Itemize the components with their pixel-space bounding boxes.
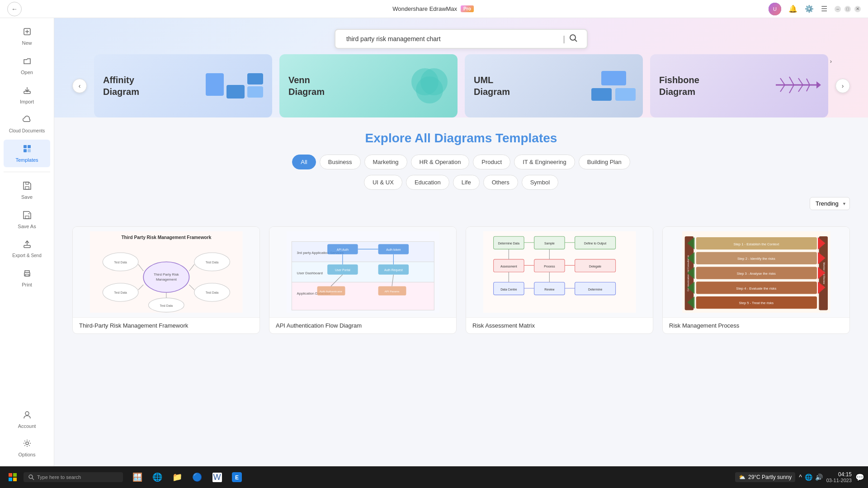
search-input[interactable] (343, 30, 561, 48)
svg-text:API Params: API Params (384, 290, 399, 293)
filter-hr[interactable]: HR & Operation (411, 155, 470, 169)
sidebar-item-open[interactable]: Open (4, 52, 50, 80)
sidebar-divider (4, 172, 50, 172)
taskbar-app-chrome[interactable]: 🔵 (188, 468, 206, 486)
taskbar-clock[interactable]: 04:15 03-11-2023 (826, 471, 852, 483)
sort-select[interactable]: Trending Newest Popular (810, 197, 850, 210)
svg-text:Sample: Sample (544, 242, 555, 245)
sidebar-item-open-label: Open (21, 70, 33, 75)
filter-tabs-row2: UI & UX Education Life Others Symbol (72, 175, 850, 190)
sidebar-bottom: Account Options (0, 405, 54, 463)
taskbar-search-box[interactable]: Type here to search (24, 472, 123, 482)
venn-illustration (408, 65, 448, 107)
svg-line-33 (789, 85, 794, 93)
clock-time: 04:15 (826, 471, 852, 478)
svg-text:Step 1 - Establish the Context: Step 1 - Establish the Context (733, 242, 779, 246)
carousel-card-fishbone[interactable]: FishboneDiagram (650, 54, 828, 117)
sidebar-item-print[interactable]: Print (4, 264, 50, 292)
sidebar-item-export[interactable]: Export & Send (4, 235, 50, 263)
svg-rect-135 (9, 478, 12, 481)
taskbar-app-explorer[interactable]: 📁 (168, 468, 186, 486)
back-button[interactable]: ← (7, 2, 22, 16)
taskbar-search-label: Type here to search (37, 474, 81, 480)
taskbar-sys-icons: ^ 🌐 🔊 (799, 474, 823, 481)
template-card-1-label: Third-Party Risk Management Framework (73, 317, 259, 333)
settings-icon[interactable]: ⚙️ (805, 5, 814, 13)
sidebar-item-options[interactable]: Options (4, 434, 50, 462)
carousel-card-affinity[interactable]: AffinityDiagram (94, 54, 272, 117)
taskbar-weather: ⛅ 29°C Partly sunny (735, 472, 795, 482)
svg-text:Delegate: Delegate (589, 265, 601, 268)
svg-line-29 (789, 77, 794, 85)
svg-text:Third Party Risk Management Fr: Third Party Risk Management Framework (121, 235, 211, 240)
search-button[interactable] (567, 32, 580, 47)
carousel-prev-button[interactable]: ‹ (72, 79, 87, 93)
chevron-up-icon[interactable]: ^ (799, 474, 802, 481)
svg-line-35 (807, 85, 810, 91)
filter-ui[interactable]: UI & UX (364, 175, 402, 190)
carousel-card-uml[interactable]: UMLDiagram (465, 54, 643, 117)
filter-symbol[interactable]: Symbol (522, 175, 558, 190)
minimize-button[interactable]: – (835, 6, 841, 12)
svg-line-32 (780, 85, 785, 92)
notification-bell-icon[interactable]: 💬 (855, 473, 864, 482)
svg-rect-18 (25, 274, 29, 276)
svg-text:Step 3 - Analyse the risks: Step 3 - Analyse the risks (736, 272, 775, 276)
sidebar-item-cloud[interactable]: Cloud Documents (4, 111, 50, 138)
start-button[interactable] (4, 468, 22, 486)
carousel-next-button[interactable]: › (835, 79, 850, 93)
fishbone-illustration (771, 71, 821, 100)
filter-life[interactable]: Life (453, 175, 480, 190)
filter-education[interactable]: Education (406, 175, 449, 190)
cloud-icon (23, 115, 32, 127)
open-icon (23, 56, 32, 68)
svg-text:Auth token: Auth token (386, 248, 401, 251)
carousel-items: AffinityDiagram (94, 54, 828, 117)
sidebar-item-templates[interactable]: Templates (4, 140, 50, 167)
svg-text:Management: Management (156, 277, 177, 282)
sidebar-item-save[interactable]: Save (4, 177, 50, 204)
svg-line-34 (798, 85, 803, 92)
svg-point-25 (416, 76, 443, 103)
svg-text:E: E (235, 474, 239, 481)
maximize-button[interactable]: □ (844, 6, 851, 12)
svg-rect-7 (24, 145, 27, 148)
carousel-card-venn[interactable]: VennDiagram (279, 54, 458, 117)
close-button[interactable]: ✕ (854, 6, 861, 12)
menu-icon[interactable]: ☰ (821, 5, 827, 13)
search-bar: | (335, 29, 588, 49)
saveas-icon (23, 211, 32, 222)
filter-product[interactable]: Product (473, 155, 510, 169)
notification-icon[interactable]: 🔔 (788, 5, 797, 13)
network-icon[interactable]: 🌐 (805, 474, 812, 481)
filter-others[interactable]: Others (483, 175, 518, 190)
filter-it[interactable]: IT & Engineering (514, 155, 575, 169)
taskbar-app-windows[interactable]: 🪟 (128, 468, 146, 486)
svg-rect-10 (28, 149, 31, 152)
svg-rect-133 (9, 473, 12, 477)
svg-text:Step 5 - Treat the risks: Step 5 - Treat the risks (739, 301, 774, 305)
template-card-4[interactable]: Communication and Consultation Monitor a… (662, 226, 850, 334)
sidebar-item-saveas[interactable]: Save As (4, 206, 50, 234)
sidebar-item-new[interactable]: New (4, 23, 50, 50)
template-card-2[interactable]: 3rd party Application Services User Dash… (269, 226, 457, 334)
template-card-1[interactable]: Third Party Risk Management Framework Th… (72, 226, 260, 334)
filter-business[interactable]: Business (320, 155, 361, 169)
filter-tabs-row1: All Business Marketing HR & Operation Pr… (72, 155, 850, 169)
user-avatar[interactable]: U (769, 3, 781, 15)
taskbar-app-edraw[interactable]: E (228, 468, 246, 486)
sidebar-item-import[interactable]: Import (4, 81, 50, 109)
svg-rect-9 (24, 149, 27, 152)
filter-marketing[interactable]: Marketing (364, 155, 407, 169)
filter-building[interactable]: Building Plan (579, 155, 630, 169)
sort-wrapper: Trending Newest Popular (810, 197, 850, 210)
svg-text:Process: Process (544, 265, 555, 268)
template-card-3[interactable]: Determine Data Sample Define to Output A… (466, 226, 653, 334)
new-icon (23, 27, 32, 38)
volume-icon[interactable]: 🔊 (815, 474, 823, 481)
sidebar-item-account[interactable]: Account (4, 406, 50, 433)
taskbar-app-word[interactable]: W (208, 468, 226, 486)
taskbar-app-browser[interactable]: 🌐 (148, 468, 166, 486)
svg-text:Test Data: Test Data (160, 304, 173, 307)
filter-all[interactable]: All (292, 155, 316, 169)
